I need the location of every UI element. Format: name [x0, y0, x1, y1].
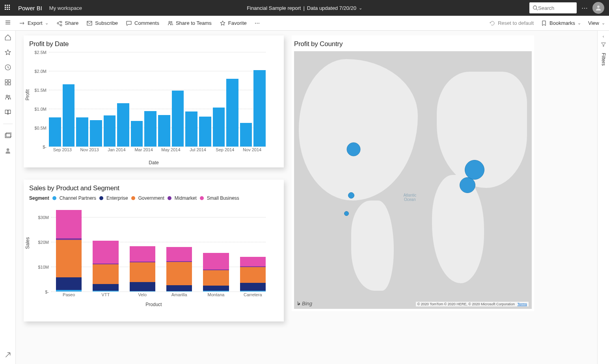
- legend: SegmentChannel PartnersEnterpriseGovernm…: [24, 194, 284, 202]
- bar[interactable]: [240, 257, 266, 292]
- bar[interactable]: [49, 117, 61, 147]
- map-bubble[interactable]: [346, 142, 360, 156]
- legend-label: Small Business: [207, 195, 239, 201]
- bar-segment[interactable]: [240, 267, 266, 283]
- bar[interactable]: [130, 246, 155, 292]
- visual-sales-by-product[interactable]: Sales by Product and Segment SegmentChan…: [24, 180, 284, 321]
- bar-segment[interactable]: [203, 286, 229, 291]
- bar[interactable]: [253, 70, 266, 147]
- terms-link[interactable]: Terms: [518, 302, 527, 306]
- share-teams-button[interactable]: Share to Teams: [167, 20, 212, 26]
- bar-segment[interactable]: [93, 284, 118, 291]
- visual-profit-by-date[interactable]: Profit by Date Profit $-$0.5M$1.0M$1.5M$…: [24, 35, 284, 167]
- bar-segment[interactable]: [130, 282, 155, 291]
- collapse-icon[interactable]: ‹: [603, 34, 604, 39]
- bar-segment[interactable]: [203, 270, 229, 286]
- bar-segment[interactable]: [166, 262, 192, 286]
- avatar[interactable]: [592, 2, 604, 14]
- view-button[interactable]: View⌄: [588, 20, 605, 26]
- bar[interactable]: [90, 120, 102, 147]
- bar-segment[interactable]: [240, 283, 266, 291]
- learn-icon[interactable]: [4, 109, 11, 116]
- bar-segment[interactable]: [130, 291, 155, 292]
- workspaces-icon[interactable]: [4, 132, 11, 139]
- favorite-button[interactable]: Favorite: [220, 20, 247, 26]
- home-icon[interactable]: [4, 34, 11, 41]
- bar-segment[interactable]: [56, 277, 82, 290]
- app-launcher-icon[interactable]: [5, 5, 11, 11]
- bar-segment[interactable]: [166, 285, 192, 291]
- my-workspace-icon[interactable]: [4, 147, 11, 154]
- share-button[interactable]: Share: [56, 20, 79, 26]
- bar[interactable]: [56, 210, 82, 292]
- bar[interactable]: [63, 84, 75, 147]
- bar[interactable]: [166, 247, 192, 292]
- report-title-bar[interactable]: Financial Sample report | Data updated 7…: [247, 5, 362, 11]
- bar-segment[interactable]: [56, 290, 82, 292]
- filter-icon[interactable]: [601, 42, 606, 47]
- bar-segment[interactable]: [93, 264, 118, 284]
- bar-segment[interactable]: [166, 247, 192, 261]
- subscribe-button[interactable]: Subscribe: [86, 20, 118, 26]
- visual-profit-by-country[interactable]: Profit by Country AtlanticOcean Bing © 2…: [292, 35, 534, 311]
- bar-segment[interactable]: [130, 246, 155, 262]
- bar-segment[interactable]: [166, 291, 192, 292]
- bar[interactable]: [158, 115, 170, 147]
- svg-point-8: [171, 21, 172, 22]
- map-body[interactable]: AtlanticOcean Bing © 2020 TomTom © 2020 …: [294, 51, 532, 309]
- bar[interactable]: [104, 115, 116, 147]
- bar-segment[interactable]: [203, 253, 229, 269]
- bar[interactable]: [144, 111, 156, 147]
- favorites-icon[interactable]: [4, 49, 11, 56]
- more-button[interactable]: ⋯: [255, 20, 260, 26]
- svg-rect-11: [8, 80, 11, 82]
- bookmarks-button[interactable]: Bookmarks⌄: [541, 20, 581, 26]
- top-bar: Power BI My workspace Financial Sample r…: [0, 0, 609, 16]
- legend-label: Channel Partners: [60, 195, 96, 201]
- y-tick: $2.0M: [34, 69, 49, 74]
- apps-icon[interactable]: [4, 79, 11, 86]
- bar[interactable]: [240, 123, 252, 147]
- chevron-down-icon[interactable]: ⌄: [359, 6, 362, 11]
- bar-segment[interactable]: [240, 291, 266, 292]
- export-button[interactable]: Export⌄: [19, 20, 48, 26]
- bar-segment[interactable]: [130, 262, 155, 282]
- hamburger-icon[interactable]: [5, 19, 11, 27]
- get-data-icon[interactable]: [4, 351, 11, 358]
- bar-segment[interactable]: [240, 257, 266, 267]
- search-input[interactable]: [538, 5, 570, 11]
- bar[interactable]: [185, 111, 197, 147]
- bar[interactable]: [213, 108, 225, 147]
- bar-segment[interactable]: [93, 291, 118, 292]
- legend-title: Segment: [29, 195, 49, 201]
- bar[interactable]: [203, 253, 229, 292]
- recent-icon[interactable]: [4, 64, 11, 71]
- reset-default-button[interactable]: Reset to default: [489, 20, 534, 26]
- bar[interactable]: [199, 117, 211, 147]
- filters-label[interactable]: Filters: [601, 53, 606, 66]
- bar-segment[interactable]: [56, 210, 82, 238]
- chart-title: Sales by Product and Segment: [24, 180, 284, 194]
- workspace-name[interactable]: My workspace: [49, 5, 82, 11]
- bar-segment[interactable]: [93, 241, 118, 264]
- bar[interactable]: [76, 117, 88, 147]
- bar[interactable]: [226, 79, 238, 147]
- svg-rect-12: [5, 83, 7, 85]
- map-bubble[interactable]: [348, 192, 354, 199]
- bar-segment[interactable]: [203, 291, 229, 292]
- bar[interactable]: [172, 91, 184, 147]
- search-box[interactable]: [529, 2, 577, 13]
- bar[interactable]: [117, 103, 129, 147]
- map-bubble[interactable]: [465, 160, 484, 180]
- report-title: Financial Sample report: [247, 5, 301, 11]
- data-updated: Data updated 7/20/20: [307, 5, 356, 11]
- bar-segment[interactable]: [56, 240, 82, 277]
- report-canvas: Profit by Date Profit $-$0.5M$1.0M$1.5M$…: [16, 31, 597, 364]
- bar[interactable]: [93, 241, 118, 292]
- more-icon[interactable]: ⋯: [581, 4, 588, 12]
- map-bubble[interactable]: [344, 211, 349, 216]
- shared-icon[interactable]: [4, 94, 11, 101]
- comments-button[interactable]: Comments: [126, 20, 159, 26]
- map-bubble[interactable]: [460, 177, 475, 193]
- bar[interactable]: [131, 121, 143, 147]
